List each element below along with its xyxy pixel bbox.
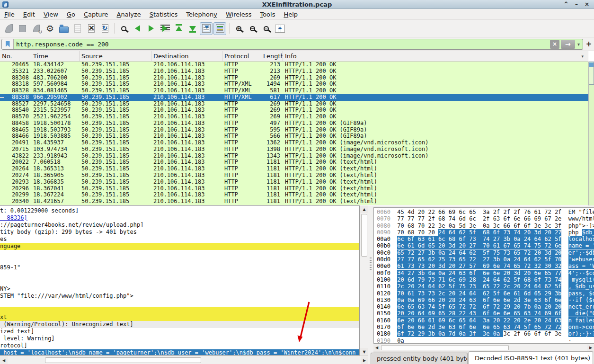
menu-telephony[interactable]: Telephony — [182, 10, 222, 19]
packet-row[interactable]: 2029618.36704150.239.151.185210.106.114.… — [0, 186, 588, 192]
detail-line[interactable]: level: Warning] — [0, 335, 359, 342]
packet-row[interactable]: 884581918.50017850.239.151.185210.106.11… — [0, 120, 588, 127]
detail-line[interactable]: ized text] — [0, 328, 359, 335]
menu-wireless[interactable]: Wireless — [222, 10, 256, 19]
packet-row[interactable]: 2029318.36683550.239.151.185210.106.114.… — [0, 179, 588, 186]
menu-go[interactable]: Go — [62, 10, 80, 19]
close-button[interactable]: × — [582, 1, 592, 8]
filter-dropdown-caret[interactable]: ▾ — [577, 42, 580, 47]
packet-row[interactable]: 884651918.50379350.239.151.185210.106.11… — [0, 127, 588, 133]
detail-line[interactable]: tity body (gzip): 299 bytes -> 401 bytes — [0, 229, 359, 236]
bytes-tab-1[interactable]: Decoded ISO-8859-1 text (401 bytes) — [469, 351, 593, 364]
packet-row[interactable]: 884661918.50388550.239.151.185210.106.11… — [0, 133, 588, 140]
detail-line[interactable]: 88336] — [0, 214, 359, 222]
detail-line[interactable]: NY> — [0, 285, 359, 293]
scroll-right-arrow[interactable]: ▶ — [361, 356, 368, 364]
stop-capture-button[interactable] — [16, 22, 29, 35]
details-horizontal-scrollbar[interactable]: ◀ ▶ — [0, 355, 368, 364]
capture-options-button[interactable] — [44, 22, 56, 35]
column-header-protocol[interactable]: Protocol — [222, 51, 261, 61]
packet-row[interactable]: 88318597.56098450.239.151.185210.106.114… — [0, 81, 588, 88]
zoom-in-button[interactable]: + — [232, 22, 245, 35]
minimize-button[interactable]: – — [571, 1, 582, 8]
hex-row[interactable]: 0060 45 4d 20 22 66 69 6c 65 3a 2f 2f 2f… — [377, 209, 594, 215]
packet-row[interactable]: 885272297.52465850.239.151.185210.106.11… — [0, 101, 588, 107]
detail-line[interactable]: nguage — [0, 243, 359, 250]
packet-list-scrollbar[interactable] — [588, 62, 594, 205]
hex-row[interactable]: 00c0 65 72 27 3b 0a 24 64 62 5f 75 73 65… — [377, 249, 594, 256]
detail-line[interactable]: es — [0, 236, 359, 243]
packet-row[interactable]: 88328834.08146550.239.151.185210.106.114… — [0, 88, 588, 94]
menu-edit[interactable]: Edit — [19, 10, 39, 19]
detail-line[interactable] — [0, 250, 359, 257]
detail-line[interactable] — [0, 300, 359, 307]
column-header-length[interactable]: Length — [261, 51, 283, 61]
detail-line[interactable]: xt — [0, 314, 359, 321]
hex-row[interactable]: 00e0 61 73 73 20 3d 20 27 57 69 6e 74 65… — [377, 263, 594, 269]
hex-row[interactable]: 0170 6f 6e 6e 2d 3e 63 6f 6e 6e 65 63 74… — [377, 324, 594, 330]
scrollbar-thumb[interactable] — [381, 345, 509, 350]
menu-view[interactable]: View — [39, 10, 62, 19]
hex-row[interactable]: 0150 20 20 64 69 65 28 22 43 6f 6e 6e 65… — [377, 310, 594, 317]
detail-line[interactable]: 859-1" — [0, 264, 359, 271]
scroll-up-arrow[interactable]: ▲ — [360, 205, 368, 213]
packet-row[interactable]: 2029918.36722450.239.151.185210.106.114.… — [0, 192, 588, 198]
go-back-button[interactable] — [131, 22, 144, 35]
detail-line[interactable] — [0, 271, 359, 278]
detail-line[interactable]: STEM "file:///var/www/html/config.php"> — [0, 293, 359, 300]
close-file-button[interactable]: × — [85, 22, 98, 35]
column-header-time[interactable]: Time — [31, 51, 80, 61]
bytes-tab-0[interactable]: pressed entity body (401 bytes) — [371, 353, 468, 364]
menu-help[interactable]: Help — [279, 10, 302, 19]
hex-row[interactable]: 0090 70 68 70 20 24 64 62 5f 68 6f 73 74… — [377, 229, 594, 236]
go-to-packet-button[interactable] — [159, 22, 171, 35]
detail-line[interactable]: (Warning/Protocol): Unrecognized text] — [0, 321, 359, 328]
hex-row[interactable]: 00d0 27 77 65 62 75 73 65 72 27 3b 0a 24… — [377, 256, 594, 263]
colorize-button[interactable] — [213, 22, 226, 35]
zoom-reset-button[interactable]: = — [260, 22, 273, 35]
packet-row[interactable]: 2046518.43414250.239.151.185210.106.114.… — [0, 62, 588, 68]
bookmark-button[interactable] — [2, 39, 14, 49]
menu-tools[interactable]: Tools — [256, 10, 279, 19]
packet-row[interactable]: 885402315.52395750.239.151.185210.106.11… — [0, 107, 588, 114]
hex-row[interactable]: 0110 2c 20 24 64 62 5f 75 73 65 72 2c 20… — [377, 283, 594, 290]
reload-file-button[interactable]: ↻ — [98, 22, 111, 35]
maximize-button[interactable]: ^ — [561, 1, 571, 8]
column-header-destination[interactable]: Destination — [151, 51, 222, 61]
packet-row[interactable]: 200227.06051850.239.151.185210.106.114.1… — [0, 159, 588, 166]
restart-capture-button[interactable] — [30, 22, 43, 35]
auto-scroll-button[interactable] — [200, 22, 213, 35]
find-packet-button[interactable] — [117, 22, 130, 35]
menu-file[interactable]: File — [0, 10, 19, 19]
packet-row[interactable]: 2049118.43593750.239.151.185210.106.114.… — [0, 140, 588, 146]
menu-statistics[interactable]: Statistics — [145, 10, 182, 19]
pane-splitter[interactable] — [368, 205, 373, 364]
details-vertical-scrollbar[interactable]: ▲ ▼ — [360, 205, 368, 355]
apply-filter-button[interactable]: → — [561, 40, 575, 49]
detail-line[interactable] — [0, 278, 359, 285]
packet-row[interactable]: 2027418.36590550.239.151.185210.106.114.… — [0, 172, 588, 179]
scroll-right-arrow[interactable]: ▶ — [587, 345, 594, 351]
go-first-button[interactable] — [172, 22, 185, 35]
column-header-source[interactable]: Source — [80, 51, 151, 61]
splitter-handle[interactable] — [370, 257, 372, 270]
hex-row[interactable]: 0190 0a · — [377, 337, 594, 344]
go-last-button[interactable] — [186, 22, 199, 35]
detail-line[interactable]: t: 0.001229000 seconds] — [0, 207, 359, 214]
hex-row[interactable]: 00b0 6e 61 6d 65 20 3d 20 27 70 61 67 65… — [377, 242, 594, 249]
hex-row[interactable]: 0140 6e 65 63 74 5f 65 72 72 6f 72 29 20… — [377, 303, 594, 310]
hex-horizontal-scrollbar[interactable]: ◀ ▶ — [373, 344, 594, 351]
hex-row[interactable]: 0100 20 6d 79 73 71 6c 69 28 24 64 62 5f… — [377, 276, 594, 283]
hex-row[interactable]: 0180 6f 72 29 3b 0a 7d 0a 3f 3e 0a 3c 2f… — [377, 330, 594, 337]
hex-row[interactable]: 0070 77 77 77 2f 68 74 6d 6c 2f 63 6f 6e… — [377, 215, 594, 222]
resize-columns-button[interactable] — [274, 22, 286, 35]
add-filter-button[interactable]: + — [585, 40, 593, 48]
save-file-button[interactable] — [71, 22, 84, 35]
packet-row[interactable]: 88338966.29590250.239.151.185210.106.114… — [0, 94, 588, 101]
column-header-info[interactable]: Info — [283, 51, 588, 61]
scroll-left-arrow[interactable]: ◀ — [373, 345, 380, 351]
clear-filter-button[interactable]: × — [550, 40, 559, 49]
hex-row[interactable]: 00f0 34 27 3b 0a 0a 24 63 6f 6e 6e 20 3d… — [377, 270, 594, 276]
hex-row[interactable]: 0080 70 68 70 22 3e 0a 5d 3e 0a 3c 66 6f… — [377, 222, 594, 229]
header-dropdown-caret[interactable]: ▾ — [581, 54, 584, 59]
